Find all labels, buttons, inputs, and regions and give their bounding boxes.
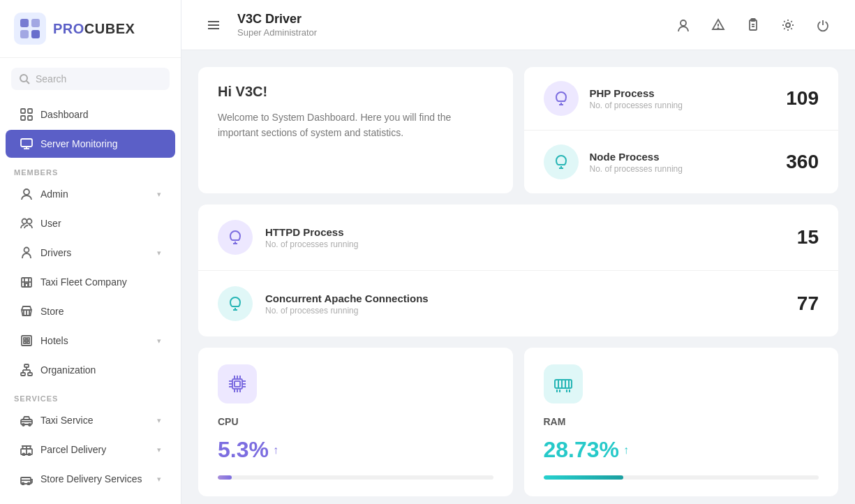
welcome-description: Welcome to System Dashboard. Here you wi… <box>218 110 493 141</box>
search-icon <box>20 74 30 84</box>
ram-bar-container <box>544 475 819 480</box>
cpu-trend: 5.3% ↑ <box>218 437 493 463</box>
svg-point-54 <box>718 28 719 29</box>
svg-rect-10 <box>21 139 32 147</box>
apache-bell-icon <box>218 286 253 321</box>
hamburger-button[interactable] <box>201 13 226 38</box>
cpu-label: CPU <box>218 416 493 427</box>
svg-point-16 <box>24 248 29 253</box>
section-services: SERVICES <box>0 385 181 406</box>
taxi-icon <box>20 413 34 427</box>
chevron-down-icon: ▾ <box>157 190 161 199</box>
sidebar-item-label: Parcel Delivery <box>40 444 106 455</box>
svg-rect-25 <box>22 336 31 346</box>
apache-value: 77 <box>797 292 819 315</box>
sidebar-item-label: Organization <box>40 364 96 376</box>
power-button[interactable] <box>810 13 835 38</box>
page-title: V3C Driver <box>237 12 317 27</box>
apache-info: Concurrent Apache Connections No. of pro… <box>265 292 785 316</box>
logo-icon <box>14 13 46 45</box>
svg-rect-69 <box>235 381 240 387</box>
sidebar-item-taxi-fleet[interactable]: Taxi Fleet Company <box>6 268 175 296</box>
process-stats-card: PHP Process No. of processes running 109 <box>524 67 839 193</box>
sidebar-item-store[interactable]: Store <box>6 297 175 325</box>
search-box[interactable] <box>11 68 170 90</box>
svg-line-5 <box>27 81 29 84</box>
httpd-item: HTTPD Process No. of processes running 1… <box>198 205 838 271</box>
sidebar-item-store-delivery[interactable]: Store Delivery Services ▾ <box>6 465 175 493</box>
php-process-item: PHP Process No. of processes running 109 <box>524 67 839 131</box>
sidebar-item-hotels[interactable]: Hotels ▾ <box>6 327 175 355</box>
section-members: MEMBERS <box>0 158 181 179</box>
svg-rect-1 <box>31 19 40 27</box>
httpd-info: HTTPD Process No. of processes running <box>265 226 785 249</box>
php-process-value: 109 <box>786 87 819 110</box>
node-process-info: Node Process No. of processes running <box>590 151 775 174</box>
php-process-label: PHP Process <box>590 87 775 99</box>
svg-rect-21 <box>25 283 28 287</box>
svg-rect-7 <box>28 109 32 113</box>
svg-point-15 <box>27 219 32 224</box>
cpu-bar-container <box>218 475 493 480</box>
cpu-trend-arrow: ↑ <box>273 444 278 457</box>
cpu-icon <box>218 364 257 403</box>
users-icon <box>20 216 34 230</box>
httpd-bell-icon <box>218 220 253 255</box>
svg-point-4 <box>20 75 27 82</box>
sidebar-item-user[interactable]: User <box>6 209 175 237</box>
php-bell-icon <box>544 81 579 116</box>
svg-point-13 <box>24 189 29 195</box>
sidebar-item-label: Store Delivery Services <box>40 473 142 484</box>
apache-item: Concurrent Apache Connections No. of pro… <box>198 271 838 336</box>
topbar: V3C Driver Super Administrator <box>181 0 855 50</box>
search-input[interactable] <box>36 73 161 84</box>
httpd-label: HTTPD Process <box>265 226 785 238</box>
sidebar: PROCUBEX Dashboard <box>0 0 181 504</box>
ram-bar <box>544 475 623 480</box>
ram-icon <box>544 364 583 403</box>
ram-card: RAM 28.73% ↑ <box>524 348 839 496</box>
svg-rect-8 <box>21 116 25 120</box>
logo-area: PROCUBEX <box>0 0 181 58</box>
sidebar-item-parcel-delivery[interactable]: Parcel Delivery ▾ <box>6 436 175 464</box>
profile-button[interactable] <box>671 13 696 38</box>
sidebar-item-label: Taxi Service <box>40 415 93 426</box>
store-icon <box>20 304 34 318</box>
chevron-down-icon: ▾ <box>157 416 161 425</box>
clipboard-button[interactable] <box>741 13 766 38</box>
sidebar-item-drivers[interactable]: Drivers ▾ <box>6 239 175 267</box>
main-area: V3C Driver Super Administrator <box>181 0 855 504</box>
cpu-card: CPU 5.3% ↑ <box>198 348 513 496</box>
sidebar-item-label: Hotels <box>40 335 68 346</box>
node-process-label: Node Process <box>590 151 775 163</box>
svg-rect-32 <box>28 373 32 376</box>
user-icon <box>20 187 34 201</box>
svg-rect-2 <box>20 30 29 38</box>
settings-button[interactable] <box>775 13 801 38</box>
svg-rect-30 <box>24 364 29 367</box>
node-bell-icon <box>544 144 579 179</box>
svg-rect-55 <box>750 20 757 30</box>
alert-button[interactable] <box>706 13 731 38</box>
grid-icon <box>20 108 34 121</box>
svg-rect-3 <box>31 30 40 38</box>
sidebar-item-dashboard[interactable]: Dashboard <box>6 101 175 128</box>
sidebar-item-server-monitoring[interactable]: Server Monitoring <box>6 130 175 158</box>
chevron-down-icon: ▾ <box>157 475 161 484</box>
sidebar-item-organization[interactable]: Organization <box>6 356 175 384</box>
page-subtitle: Super Administrator <box>237 27 317 38</box>
node-process-item: Node Process No. of processes running 36… <box>524 131 839 193</box>
apache-label: Concurrent Apache Connections <box>265 292 785 304</box>
topbar-left: V3C Driver Super Administrator <box>201 12 317 38</box>
ram-value: 28.73% <box>544 437 620 463</box>
sidebar-item-admin[interactable]: Admin ▾ <box>6 180 175 208</box>
store-delivery-icon <box>20 472 34 486</box>
php-process-info: PHP Process No. of processes running <box>590 87 775 110</box>
chevron-down-icon: ▾ <box>157 445 161 454</box>
row-metrics: CPU 5.3% ↑ <box>198 348 838 496</box>
sidebar-item-taxi-service[interactable]: Taxi Service ▾ <box>6 406 175 434</box>
sidebar-item-label: Server Monitoring <box>40 138 118 149</box>
svg-point-59 <box>786 23 790 27</box>
httpd-value: 15 <box>797 226 819 249</box>
row-httpd: HTTPD Process No. of processes running 1… <box>198 205 838 336</box>
